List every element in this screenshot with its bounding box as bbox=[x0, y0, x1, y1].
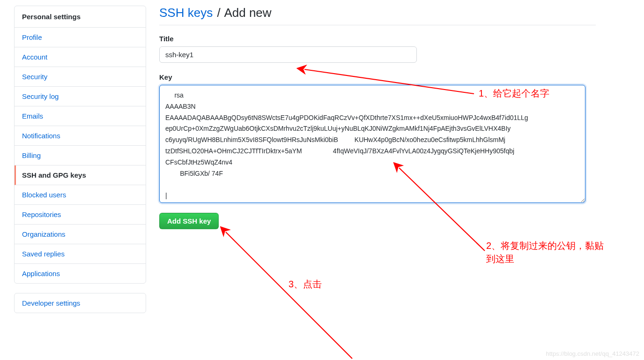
sidebar-item-billing[interactable]: Billing bbox=[15, 146, 146, 165]
sidebar-item-ssh-gpg-keys[interactable]: SSH and GPG keys bbox=[15, 165, 146, 185]
main-content: SSH keys / Add new Title Key rsa AAAAB3N… bbox=[146, 6, 596, 322]
watermark: https://blog.csdn.net/qq_41243472 bbox=[546, 350, 640, 357]
settings-sidebar: Personal settings Profile Account Securi… bbox=[14, 6, 146, 322]
sidebar-item-saved-replies[interactable]: Saved replies bbox=[15, 244, 146, 264]
sidebar-item-blocked-users[interactable]: Blocked users bbox=[15, 185, 146, 205]
sidebar-item-security[interactable]: Security bbox=[15, 67, 146, 87]
sidebar-item-emails[interactable]: Emails bbox=[15, 106, 146, 126]
sidebar-item-organizations[interactable]: Organizations bbox=[15, 225, 146, 244]
title-input[interactable] bbox=[159, 46, 417, 63]
add-ssh-key-button[interactable]: Add SSH key bbox=[159, 213, 219, 229]
page-heading: SSH keys / Add new bbox=[159, 6, 596, 25]
sidebar-item-profile[interactable]: Profile bbox=[15, 28, 146, 47]
key-group: Key rsa AAAAB3N EAAAADAQABAAABgQDsy6tN8S… bbox=[159, 73, 596, 213]
key-textarea[interactable]: rsa AAAAB3N EAAAADAQABAAABgQDsy6tN8SWcts… bbox=[159, 85, 585, 203]
sidebar-item-repositories[interactable]: Repositories bbox=[15, 205, 146, 225]
sidebar-item-security-log[interactable]: Security log bbox=[15, 87, 146, 106]
title-group: Title bbox=[159, 35, 596, 73]
sidebar-developer-group: Developer settings bbox=[14, 293, 146, 313]
sidebar-item-applications[interactable]: Applications bbox=[15, 264, 146, 283]
heading-tail: Add new bbox=[224, 6, 271, 20]
heading-link-ssh-keys[interactable]: SSH keys bbox=[159, 6, 213, 20]
sidebar-item-developer-settings[interactable]: Developer settings bbox=[15, 293, 146, 313]
sidebar-item-notifications[interactable]: Notifications bbox=[15, 126, 146, 146]
title-label: Title bbox=[159, 35, 596, 43]
heading-separator: / bbox=[216, 6, 221, 20]
sidebar-header: Personal settings bbox=[15, 6, 146, 28]
sidebar-personal-group: Personal settings Profile Account Securi… bbox=[14, 6, 146, 284]
key-label: Key bbox=[159, 73, 596, 81]
sidebar-item-account[interactable]: Account bbox=[15, 47, 146, 67]
